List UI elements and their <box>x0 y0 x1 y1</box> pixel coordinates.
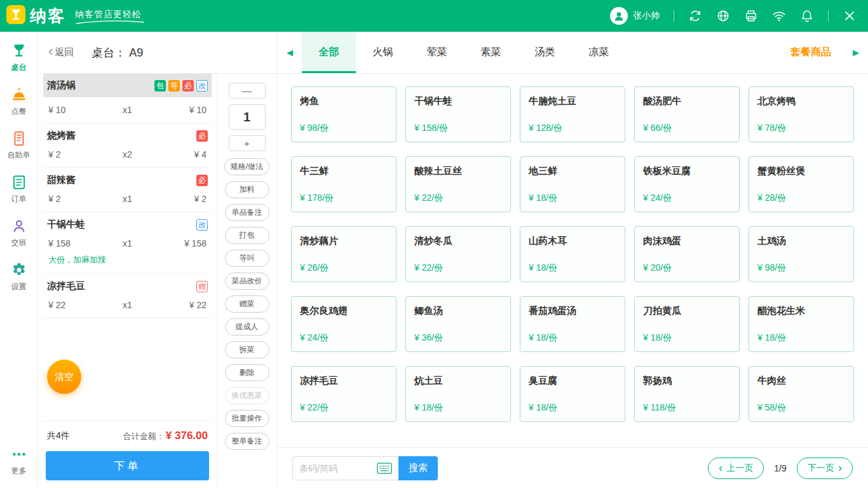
menu-item-name: 酸汤肥牛 <box>643 95 731 107</box>
order-item[interactable]: 烧烤酱 必 ¥ 2 x2 ¥ 4 <box>43 123 212 168</box>
tool-button[interactable]: 拆菜 <box>225 341 269 358</box>
tool-button[interactable]: 换优惠菜 <box>225 387 269 404</box>
menu-item-price: ¥ 78/份 <box>757 123 845 134</box>
menu-item-card[interactable]: 臭豆腐 ¥ 18/份 <box>520 366 625 422</box>
printer-icon[interactable] <box>744 9 758 23</box>
menu-item-card[interactable]: 烤鱼 ¥ 98/份 <box>291 86 397 142</box>
menu-item-card[interactable]: 牛三鲜 ¥ 178/份 <box>291 156 397 212</box>
menu-item-card[interactable]: 蟹黄粉丝煲 ¥ 28/份 <box>749 156 854 212</box>
menu-item-price: ¥ 18/份 <box>529 332 616 344</box>
menu-item-card[interactable]: 土鸡汤 ¥ 98/份 <box>749 226 854 282</box>
menu-item-card[interactable]: 北京烤鸭 ¥ 78/份 <box>749 86 854 142</box>
sidebar-item-self-service[interactable]: 自助单 <box>0 123 37 167</box>
tool-button[interactable]: 规格/做法 <box>224 158 269 175</box>
tool-button[interactable]: 打包 <box>225 227 269 244</box>
menu-item-card[interactable]: 铁板米豆腐 ¥ 24/份 <box>634 156 740 212</box>
tool-button[interactable]: 删除 <box>225 364 269 381</box>
menu-item-price: ¥ 18/份 <box>529 262 616 274</box>
order-item[interactable]: 凉拌毛豆 赠 ¥ 22 x1 ¥ 22 <box>43 274 212 318</box>
category-tab[interactable]: 荤菜 <box>410 32 464 73</box>
network-globe-icon[interactable] <box>716 9 730 23</box>
quantity-decrease-button[interactable]: — <box>229 83 266 98</box>
category-tab[interactable]: 全部 <box>302 32 356 73</box>
menu-item-card[interactable]: 醋泡花生米 ¥ 18/份 <box>749 296 854 352</box>
menu-item-card[interactable]: 干锅牛蛙 ¥ 158/份 <box>405 86 511 142</box>
pagination: ‹ 上一页 1/9 下一页 › <box>708 458 853 479</box>
clear-order-button[interactable]: 清空 <box>47 360 81 394</box>
menu-item-card[interactable]: 郭扬鸡 ¥ 118/份 <box>634 366 740 422</box>
order-item-price: ¥ 22 <box>48 300 65 310</box>
menu-item-card[interactable]: 酸汤肥牛 ¥ 66/份 <box>634 86 740 142</box>
table-number: A9 <box>129 46 143 59</box>
tool-button[interactable]: 批量操作 <box>225 410 269 427</box>
search-button[interactable]: 搜索 <box>398 456 438 480</box>
menu-item-card[interactable]: 牛腩炖土豆 ¥ 128/份 <box>520 86 625 142</box>
menu-item-card[interactable]: 奥尔良鸡翅 ¥ 24/份 <box>291 296 397 352</box>
order-item[interactable]: 清汤锅 包等必改 ¥ 10 x1 ¥ 10 <box>43 74 212 123</box>
menu-item-name: 臭豆腐 <box>529 375 616 387</box>
order-item-name: 凉拌毛豆 <box>47 280 85 292</box>
tabs-scroll-right-icon[interactable]: ▶ <box>844 32 868 73</box>
tool-button[interactable]: 菜品改价 <box>225 273 269 290</box>
next-page-button[interactable]: 下一页 › <box>797 458 853 479</box>
sync-icon[interactable] <box>688 9 702 23</box>
category-tab[interactable]: 汤类 <box>518 32 572 73</box>
tool-button[interactable]: 单品备注 <box>225 204 269 221</box>
chevron-right-icon: › <box>838 461 842 473</box>
order-item-price-row: ¥ 2 x1 ¥ 2 <box>47 194 208 204</box>
menu-item-card[interactable]: 清炒藕片 ¥ 26/份 <box>291 226 397 282</box>
order-item-total: ¥ 10 <box>189 105 207 115</box>
sidebar-item-more[interactable]: 更多 <box>0 439 37 483</box>
menu-item-card[interactable]: 刀拍黄瓜 ¥ 18/份 <box>634 296 740 352</box>
sidebar-item-tables[interactable]: 桌台 <box>0 36 37 79</box>
tool-button[interactable]: 赠菜 <box>225 295 269 313</box>
keyboard-icon[interactable] <box>377 463 392 474</box>
menu-item-card[interactable]: 牛肉丝 ¥ 58/份 <box>749 366 854 422</box>
menu-item-name: 山药木耳 <box>529 235 616 247</box>
tool-button[interactable]: 等叫 <box>225 250 269 267</box>
submit-order-button[interactable]: 下单 <box>46 451 209 480</box>
order-item-price: ¥ 2 <box>48 149 60 159</box>
bell-icon[interactable] <box>800 9 814 23</box>
combo-products-button[interactable]: 套餐商品 <box>778 32 844 73</box>
sidebar-item-shift[interactable]: 交班 <box>0 211 37 255</box>
total-label: 合计金额： <box>123 431 165 442</box>
sidebar-item-label: 自助单 <box>8 150 31 161</box>
menu-item-card[interactable]: 凉拌毛豆 ¥ 22/份 <box>291 366 397 422</box>
tool-button[interactable]: 整单备注 <box>225 433 269 450</box>
sidebar-item-orders[interactable]: 订单 <box>0 167 37 211</box>
close-icon[interactable] <box>843 9 857 23</box>
order-item[interactable]: 甜辣酱 必 ¥ 2 x1 ¥ 2 <box>43 168 212 212</box>
sidebar-item-order-food[interactable]: 点餐 <box>0 79 37 123</box>
table-label: 桌台： <box>92 46 126 59</box>
wifi-icon[interactable] <box>772 9 786 23</box>
order-total: 合计金额： ¥ 376.00 <box>123 430 208 442</box>
prev-page-button[interactable]: ‹ 上一页 <box>708 458 764 479</box>
sidebar-item-settings[interactable]: 设置 <box>0 255 37 299</box>
menu-item-card[interactable]: 番茄鸡蛋汤 ¥ 18/份 <box>520 296 625 352</box>
menu-item-name: 凉拌毛豆 <box>300 375 388 387</box>
tool-button[interactable]: 提成人 <box>225 318 269 336</box>
menu-area: 烤鱼 ¥ 98/份 干锅牛蛙 ¥ 158/份 牛腩炖土豆 ¥ 128/份 酸汤肥… <box>277 74 868 488</box>
menu-item-card[interactable]: 清炒冬瓜 ¥ 22/份 <box>405 226 511 282</box>
menu-item-card[interactable]: 酸辣土豆丝 ¥ 22/份 <box>405 156 511 212</box>
order-item[interactable]: 干锅牛蛙 改 ¥ 158 x1 ¥ 158 大份，加麻加辣 <box>43 212 212 274</box>
menu-item-card[interactable]: 肉沫鸡蛋 ¥ 20/份 <box>634 226 740 282</box>
menu-item-card[interactable]: 山药木耳 ¥ 18/份 <box>520 226 625 282</box>
menu-item-card[interactable]: 地三鲜 ¥ 18/份 <box>520 156 625 212</box>
tool-button[interactable]: 加料 <box>225 181 269 198</box>
category-tab[interactable]: 素菜 <box>464 32 518 73</box>
menu-item-card[interactable]: 炕土豆 ¥ 18/份 <box>405 366 511 422</box>
category-tab[interactable]: 火锅 <box>356 32 410 73</box>
quantity-increase-button[interactable]: + <box>229 135 266 151</box>
order-item-header: 清汤锅 包等必改 <box>43 74 212 97</box>
back-button[interactable]: ‹ 返回 <box>48 46 74 58</box>
category-tab[interactable]: 凉菜 <box>572 32 626 73</box>
quantity-value[interactable]: 1 <box>229 104 266 130</box>
search-group: 搜索 <box>292 456 438 480</box>
tabs-scroll-left-icon[interactable]: ◀ <box>278 32 302 73</box>
user-chip[interactable]: 张小帅 <box>610 7 660 25</box>
menu-item-card[interactable]: 鲫鱼汤 ¥ 36/份 <box>405 296 511 352</box>
order-item-qty: x1 <box>123 194 132 204</box>
order-item-name: 干锅牛蛙 <box>47 219 85 231</box>
